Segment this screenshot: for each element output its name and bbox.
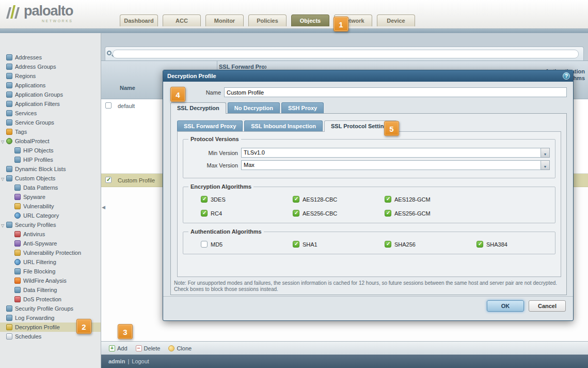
logout-link[interactable]: Logout bbox=[132, 358, 149, 364]
sidebar-item-hip-objects[interactable]: HIP Objects bbox=[0, 146, 101, 155]
sidebar-item-security-profile-groups[interactable]: Security Profile Groups bbox=[0, 304, 101, 313]
sidebar-item-label: Application Groups bbox=[15, 91, 63, 98]
sidebar-item-vulnerability-protection[interactable]: Vulnerability Protection bbox=[0, 248, 101, 257]
checkbox-item-aes128-cbc[interactable]: AES128-CBC bbox=[293, 196, 385, 203]
logged-in-user: admin bbox=[108, 358, 125, 364]
nav-tab-monitor[interactable]: Monitor bbox=[205, 14, 244, 26]
checkbox-checked-icon[interactable] bbox=[293, 241, 299, 248]
sidebar-item-service-groups[interactable]: Service Groups bbox=[0, 118, 101, 127]
name-input[interactable] bbox=[224, 87, 567, 97]
checkbox-checked-icon[interactable] bbox=[293, 210, 299, 217]
sidebar-item-anti-spyware[interactable]: Anti-Spyware bbox=[0, 239, 101, 248]
expander-icon[interactable] bbox=[1, 138, 6, 144]
schedules-icon bbox=[6, 333, 12, 340]
ok-button[interactable]: OK bbox=[487, 300, 524, 312]
sidebar-item-url-filtering[interactable]: URL Filtering bbox=[0, 257, 101, 267]
clone-icon bbox=[168, 345, 174, 351]
dialog-tab-ssl-decryption[interactable]: SSL Decryption bbox=[170, 102, 226, 114]
dialog-tab-no-decryption[interactable]: No Decryption bbox=[228, 102, 280, 113]
sidebar-item-label: Tags bbox=[15, 129, 27, 135]
delete-button[interactable]: Delete bbox=[132, 345, 164, 351]
callout-badge-3: 3 bbox=[118, 324, 133, 339]
checkbox-checked-icon[interactable] bbox=[201, 196, 208, 203]
checkbox-item-rc4[interactable]: RC4 bbox=[201, 210, 293, 217]
sidebar-item-address-groups[interactable]: Address Groups bbox=[0, 62, 101, 71]
sidebar-item-tags[interactable]: Tags bbox=[0, 127, 101, 136]
dialog-subtab-ssl-forward-proxy[interactable]: SSL Forward Proxy bbox=[177, 120, 243, 131]
max-version-select[interactable]: Max bbox=[241, 160, 541, 170]
checkbox-label: MD5 bbox=[211, 241, 223, 248]
sidebar-item-wildfire-analysis[interactable]: WildFire Analysis bbox=[0, 276, 101, 285]
row-name[interactable]: default bbox=[118, 103, 135, 109]
expander-icon[interactable] bbox=[1, 175, 6, 181]
checkbox-checked-icon[interactable] bbox=[385, 210, 391, 217]
dialog-tab-ssh-proxy[interactable]: SSH Proxy bbox=[281, 102, 324, 113]
sidebar-item-application-groups[interactable]: Application Groups bbox=[0, 90, 101, 99]
protocol-versions-fieldset: Protocol Versions Min Version TLSv1.0 Ma… bbox=[183, 136, 555, 178]
sidebar-item-file-blocking[interactable]: File Blocking bbox=[0, 267, 101, 276]
help-icon[interactable]: ? bbox=[563, 72, 570, 80]
sidebar-item-hip-profiles[interactable]: HIP Profiles bbox=[0, 155, 101, 164]
sidebar-item-applications[interactable]: Applications bbox=[0, 81, 101, 90]
sidebar-item-addresses[interactable]: Addresses bbox=[0, 53, 101, 62]
checkbox-item-md5[interactable]: MD5 bbox=[201, 241, 293, 248]
sidebar-item-label: Security Profile Groups bbox=[15, 305, 73, 312]
min-version-select[interactable]: TLSv1.0 bbox=[241, 148, 541, 158]
nav-tab-dashboard[interactable]: Dashboard bbox=[120, 14, 158, 26]
min-version-dropdown-icon[interactable] bbox=[541, 148, 550, 158]
sidebar-item-services[interactable]: Services bbox=[0, 109, 101, 118]
nav-tab-policies[interactable]: Policies bbox=[248, 14, 287, 26]
checkbox-item-sha384[interactable]: SHA384 bbox=[476, 241, 550, 248]
checkbox-checked-icon[interactable] bbox=[201, 210, 208, 217]
cancel-button[interactable]: Cancel bbox=[529, 300, 566, 312]
sidebar-item-label: Spyware bbox=[23, 194, 45, 200]
dialog-titlebar[interactable]: Decryption Profile ? bbox=[163, 70, 573, 82]
checkbox-unchecked-icon[interactable] bbox=[201, 241, 208, 248]
checkbox-item-3des[interactable]: 3DES bbox=[201, 196, 293, 203]
sidebar-item-security-profiles[interactable]: Security Profiles bbox=[0, 220, 101, 229]
checkbox-checked-icon[interactable] bbox=[385, 241, 391, 248]
row-checkbox[interactable] bbox=[105, 177, 112, 183]
checkbox-checked-icon[interactable] bbox=[476, 241, 483, 248]
checkbox-item-aes128-gcm[interactable]: AES128-GCM bbox=[385, 196, 550, 203]
sidebar-item-data-patterns[interactable]: Data Patterns bbox=[0, 183, 101, 192]
sidebar-item-globalprotect[interactable]: GlobalProtect bbox=[0, 136, 101, 146]
checkbox-checked-icon[interactable] bbox=[385, 196, 391, 203]
sidebar-item-dos-protection[interactable]: DoS Protection bbox=[0, 295, 101, 304]
column-header-name[interactable]: Name bbox=[120, 85, 135, 91]
nav-tab-objects[interactable]: Objects bbox=[291, 14, 329, 26]
checkbox-item-aes256-cbc[interactable]: AES256-CBC bbox=[293, 210, 385, 217]
expander-icon[interactable] bbox=[1, 222, 6, 228]
column-header-ssl-forward-proxy[interactable]: SSL Forward Proxy bbox=[219, 64, 266, 70]
clone-button[interactable]: Clone bbox=[165, 345, 195, 351]
checkbox-checked-icon[interactable] bbox=[293, 196, 299, 203]
nav-tab-device[interactable]: Device bbox=[377, 14, 415, 26]
spyware-icon bbox=[14, 194, 21, 200]
nav-tab-acc[interactable]: ACC bbox=[163, 14, 201, 26]
callout-badge-4: 4 bbox=[170, 87, 185, 102]
sidebar-item-dynamic-block-lists[interactable]: Dynamic Block Lists bbox=[0, 164, 101, 174]
logo-text: paloalto bbox=[24, 4, 73, 18]
sidebar-item-url-category[interactable]: URL Category bbox=[0, 211, 101, 220]
sidebar-item-vulnerability[interactable]: Vulnerability bbox=[0, 202, 101, 211]
sidebar-item-custom-objects[interactable]: Custom Objects bbox=[0, 174, 101, 183]
sidebar-item-spyware[interactable]: Spyware bbox=[0, 192, 101, 202]
callout-badge-1: 1 bbox=[333, 17, 348, 32]
row-name[interactable]: Custom Profile bbox=[118, 177, 155, 183]
name-row: Name bbox=[163, 87, 573, 98]
filter-input[interactable] bbox=[113, 50, 579, 58]
sidebar-item-label: Log Forwarding bbox=[15, 315, 54, 321]
sidebar-item-regions[interactable]: Regions bbox=[0, 71, 101, 81]
checkbox-item-sha256[interactable]: SHA256 bbox=[385, 241, 476, 248]
sidebar-item-data-filtering[interactable]: Data Filtering bbox=[0, 285, 101, 295]
dialog-subtab-ssl-inbound-inspection[interactable]: SSL Inbound Inspection bbox=[244, 120, 323, 131]
max-version-dropdown-icon[interactable] bbox=[541, 160, 550, 170]
sidebar-item-antivirus[interactable]: Antivirus bbox=[0, 229, 101, 239]
add-button[interactable]: Add bbox=[105, 345, 131, 351]
checkbox-item-aes256-gcm[interactable]: AES256-GCM bbox=[385, 210, 550, 217]
pane-collapse-arrow-icon[interactable] bbox=[102, 202, 105, 211]
row-checkbox[interactable] bbox=[105, 102, 112, 109]
sidebar-item-label: Addresses bbox=[15, 54, 42, 60]
checkbox-item-sha1[interactable]: SHA1 bbox=[293, 241, 385, 248]
sidebar-item-application-filters[interactable]: Application Filters bbox=[0, 99, 101, 109]
